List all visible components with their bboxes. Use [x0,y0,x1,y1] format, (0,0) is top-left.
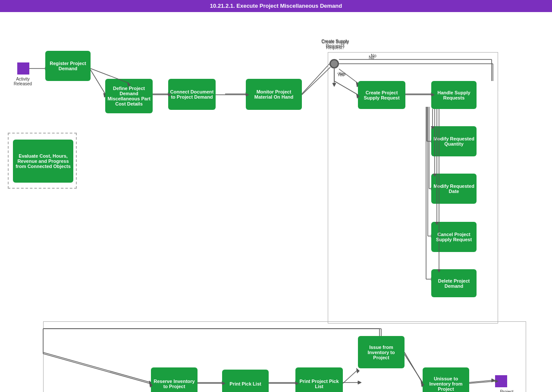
monitor-project-material-box[interactable]: Monitor Project Material On Hand [246,79,302,110]
modify-requested-date-box[interactable]: Modify Requested Date [431,174,477,204]
unissue-inventory-box[interactable]: Unissue to Inventory from Project [423,367,469,392]
activity-released-label: Activity Released [8,77,38,86]
delete-project-demand-box[interactable]: Delete Project Demand [431,269,477,297]
title-bar: 10.21.2.1. Execute Project Miscellaneous… [0,0,552,12]
yes-path-label: Yes [337,72,344,77]
no-path-label: No [369,55,374,60]
reserve-inventory-box[interactable]: Reserve Inventory to Project [151,367,198,392]
svg-line-2 [90,68,105,94]
project-deliverables-icon [495,375,507,387]
create-supply-question: Create Supply Request? [319,39,351,50]
modify-requested-quantity-box[interactable]: Modify Requested Quantity [431,126,477,156]
create-project-supply-box[interactable]: Create Project Supply Request [358,81,405,109]
svg-line-58 [302,67,330,95]
register-project-demand-box[interactable]: Register Project Demand [45,51,91,81]
cancel-project-supply-box[interactable]: Cancel Project Supply Request [431,222,477,252]
activity-released-icon [17,62,29,75]
project-deliverables-label: Project Deliverables, Completed [487,389,526,392]
connect-document-box[interactable]: Connect Document to Project Demand [168,79,216,110]
print-project-pick-list-box[interactable]: Print Project Pick List [295,367,343,392]
svg-line-8 [302,64,329,94]
handle-supply-requests-box[interactable]: Handle Supply Requests [431,81,477,109]
evaluate-cost-box[interactable]: Evaluate Cost, Hours, Revenue and Progre… [13,140,73,183]
print-pick-list-box[interactable]: Print Pick List [222,370,269,392]
evaluate-cost-container: Evaluate Cost, Hours, Revenue and Progre… [8,133,77,189]
define-project-demand-box[interactable]: Define Project Demand Miscellaneous Part… [105,79,153,113]
issue-from-inventory-box[interactable]: Issue from Inventory to Project [358,336,405,368]
